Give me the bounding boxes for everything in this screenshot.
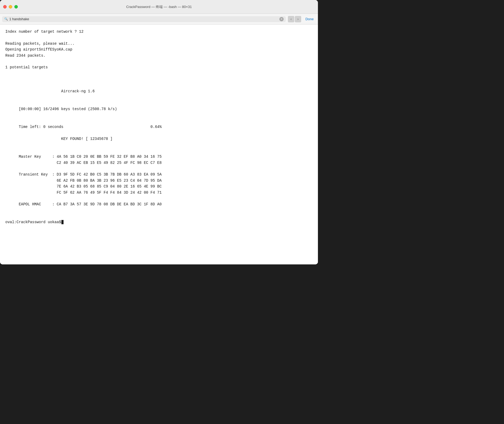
done-button[interactable]: Done: [303, 16, 316, 22]
search-icon: 🔍: [4, 17, 8, 21]
traffic-lights: [3, 5, 18, 9]
maximize-button[interactable]: [14, 5, 18, 9]
minimize-button[interactable]: [9, 5, 12, 9]
close-button[interactable]: [3, 5, 7, 9]
cursor: [61, 220, 64, 224]
search-clear-button[interactable]: ✕: [279, 17, 284, 21]
search-box[interactable]: 🔍 ✕: [2, 16, 286, 22]
prompt-line: oval:CrackPassword uokaa$: [5, 219, 313, 225]
window-title: CrackPassword — 终端 — -bash — 80×31: [126, 5, 192, 9]
terminal-content-area[interactable]: Index number of target network ? 12 Read…: [0, 24, 318, 264]
nav-buttons: ‹ ›: [288, 16, 301, 22]
terminal-window: CrackPassword — 终端 — -bash — 80×31 🔍 ✕ ‹…: [0, 0, 318, 264]
search-input[interactable]: [9, 17, 278, 21]
prompt-text: oval:CrackPassword uokaa$: [5, 219, 61, 225]
terminal-output: Index number of target network ? 12 Read…: [5, 29, 313, 219]
nav-forward-button[interactable]: ›: [295, 16, 301, 22]
nav-back-button[interactable]: ‹: [288, 16, 294, 22]
titlebar: CrackPassword — 终端 — -bash — 80×31: [0, 0, 318, 14]
toolbar: 🔍 ✕ ‹ › Done: [0, 14, 318, 24]
